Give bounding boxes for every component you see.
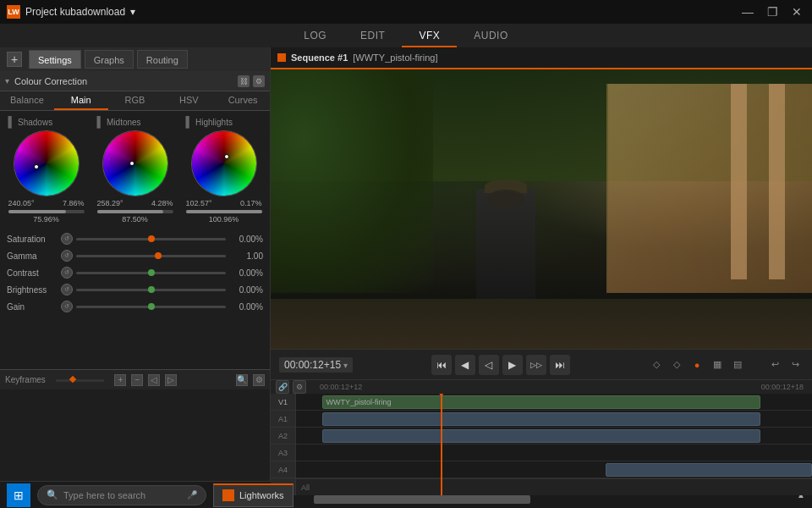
keyframes-label: Keyframes (5, 375, 46, 384)
gamma-handle (155, 252, 162, 259)
mic-icon: 🎤 (187, 490, 197, 500)
midtones-wheel[interactable] (103, 131, 167, 196)
project-name: Project kubadownload (25, 6, 125, 18)
brightness-reset-icon[interactable]: ↺ (61, 284, 73, 295)
taskbar-search[interactable]: 🔍 Type here to search 🎤 (37, 485, 206, 505)
nav-edit[interactable]: EDIT (343, 24, 402, 47)
windows-start-button[interactable]: ⊞ (7, 483, 30, 507)
kf-next-button[interactable]: ▷ (165, 374, 177, 386)
timecode-dropdown-icon[interactable]: ▾ (343, 361, 348, 370)
saturation-slider[interactable] (76, 238, 226, 240)
tab-settings[interactable]: Settings (29, 50, 81, 69)
track-content: WWTY_pistol-firing (296, 394, 812, 495)
undo-icon[interactable]: ↩ (766, 356, 783, 373)
overlay-icon[interactable]: ▤ (729, 356, 746, 373)
play-back-button[interactable]: ◁ (479, 355, 499, 375)
clip-wwty-pistol[interactable]: WWTY_pistol-firing (322, 395, 761, 409)
shadows-wheel[interactable] (14, 131, 79, 196)
saturation-reset-icon[interactable]: ↺ (61, 233, 73, 245)
redo-icon[interactable]: ↪ (787, 356, 804, 373)
close-button[interactable]: ✕ (788, 5, 805, 19)
kf-prev-button[interactable]: ◁ (148, 374, 160, 386)
midtones-dot (129, 161, 134, 166)
sub-tabs: Balance Main RGB HSV Curves (0, 91, 270, 111)
panel-header: + Settings Graphs Routing (0, 47, 270, 71)
clip-a1[interactable] (322, 412, 761, 426)
contrast-slider[interactable] (76, 272, 226, 274)
gamma-row: Gamma ↺ 1.00 (7, 247, 263, 264)
gamma-slider[interactable] (76, 255, 226, 257)
step-fwd-button[interactable]: ▷▷ (526, 355, 546, 375)
clip-a4[interactable] (606, 463, 812, 477)
gamma-label: Gamma (7, 251, 58, 261)
sub-tab-hsv[interactable]: HSV (162, 91, 216, 110)
kf-remove-button[interactable]: − (131, 374, 143, 386)
midtones-slider[interactable]: 87.50% (97, 210, 173, 224)
gain-reset-icon[interactable]: ↺ (61, 301, 73, 312)
nav-audio[interactable]: AUDIO (457, 24, 525, 47)
brightness-handle (148, 286, 155, 293)
sub-tab-rgb[interactable]: RGB (108, 91, 162, 110)
cc-title: Colour Correction (14, 76, 233, 86)
kf-filter-button[interactable]: ⚙ (253, 374, 265, 386)
track-row-a4 (296, 461, 812, 478)
sub-tab-curves[interactable]: Curves (216, 91, 270, 110)
shadows-slider[interactable]: 75.96% (8, 210, 85, 224)
view-icon[interactable]: ▦ (709, 356, 726, 373)
shadows-values: 240.05° 7.86% (8, 199, 85, 207)
goto-start-button[interactable]: ⏮ (431, 355, 452, 375)
nav-vfx[interactable]: VFX (402, 24, 457, 47)
highlights-pct: 100.96% (186, 215, 262, 224)
step-back-button[interactable]: ◀ (455, 355, 475, 375)
track-area: V1 A1 A2 A3 A4 WWTY_pistol-firing (271, 394, 812, 495)
brightness-slider[interactable] (76, 289, 226, 291)
sequence-label: Sequence #1 (291, 52, 348, 63)
keyframes-bar: Keyframes + − ◁ ▷ 🔍 ⚙ (0, 369, 270, 389)
mark-in-icon[interactable]: ◇ (648, 356, 665, 373)
midtones-wheel-col: ▌ Midtones 258.29° 4.28% (97, 116, 173, 224)
search-icon: 🔍 (47, 489, 58, 500)
tab-routing[interactable]: Routing (137, 50, 188, 69)
contrast-row: Contrast ↺ 0.00% (7, 264, 263, 281)
playhead[interactable] (441, 394, 442, 495)
keyframe-diamond (69, 375, 76, 382)
nav-log[interactable]: LOG (287, 24, 343, 47)
kf-add-button[interactable]: + (114, 374, 126, 386)
highlights-wheel-col: ▌ Highlights 102.57° 0.17% (186, 116, 262, 224)
timeline-tc-left: 00:00:12+12 (320, 383, 362, 391)
contrast-reset-icon[interactable]: ↺ (61, 267, 73, 279)
kf-search-button[interactable]: 🔍 (236, 374, 248, 386)
tab-graphs[interactable]: Graphs (85, 50, 134, 69)
project-dropdown-icon[interactable]: ▾ (130, 6, 135, 18)
controls-section: Saturation ↺ 0.00% Gamma ↺ 1.00 (0, 227, 270, 318)
sub-tab-main[interactable]: Main (54, 91, 108, 110)
clip-a2[interactable] (322, 429, 761, 443)
taskbar-lightworks[interactable]: Lightworks (213, 483, 294, 507)
record-icon[interactable]: ● (689, 356, 705, 373)
gamma-reset-icon[interactable]: ↺ (61, 250, 73, 262)
highlights-slider[interactable]: 100.96% (186, 210, 262, 224)
maximize-button[interactable]: ❐ (764, 5, 782, 19)
navbar: LOG EDIT VFX AUDIO (0, 24, 812, 47)
cc-link-icon[interactable]: ⛓ (238, 75, 250, 87)
video-area[interactable] (271, 69, 812, 349)
highlights-wheel[interactable] (192, 131, 256, 196)
timeline-settings-tool[interactable]: ⚙ (293, 380, 306, 394)
app-label: Lightworks (239, 490, 284, 500)
gamma-value: 1.00 (229, 251, 263, 261)
goto-end-button[interactable]: ⏭ (550, 355, 570, 375)
scroll-handle[interactable] (314, 495, 530, 504)
midtones-values: 258.29° 4.28% (97, 199, 173, 207)
cc-settings-icon[interactable]: ⚙ (253, 75, 265, 87)
track-row-a2 (296, 428, 812, 444)
mark-out-icon[interactable]: ◇ (668, 356, 685, 373)
minimize-button[interactable]: — (738, 5, 757, 19)
snap-tool[interactable]: 🔗 (276, 380, 289, 394)
expand-icon[interactable]: ▾ (5, 76, 9, 86)
timeline-tools: 🔗 ⚙ (271, 380, 311, 394)
play-button[interactable]: ▶ (502, 355, 523, 375)
gain-slider[interactable] (76, 306, 226, 308)
add-button[interactable]: + (7, 52, 22, 67)
sub-tab-balance[interactable]: Balance (0, 91, 54, 110)
contrast-value: 0.00% (229, 268, 263, 278)
